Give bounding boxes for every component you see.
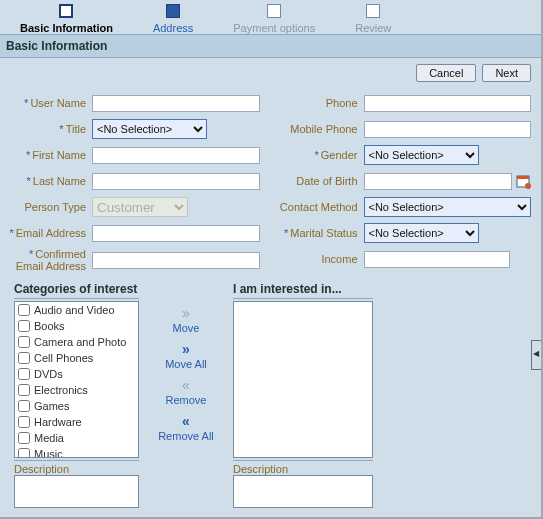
list-item[interactable]: Games (15, 398, 138, 414)
list-item[interactable]: Music (15, 446, 138, 458)
list-item-checkbox[interactable] (18, 416, 30, 428)
remove-icon: « (182, 378, 190, 392)
page-title: Basic Information (0, 35, 113, 57)
train-label: Review (355, 22, 391, 34)
list-item-checkbox[interactable] (18, 384, 30, 396)
left-column: *User Name *Title<No Selection> *First N… (8, 92, 260, 276)
label-phone: Phone (280, 97, 364, 109)
list-item-checkbox[interactable] (18, 320, 30, 332)
first-name-input[interactable] (92, 147, 260, 164)
list-item[interactable]: Hardware (15, 414, 138, 430)
cancel-button[interactable]: Cancel (416, 64, 476, 82)
label-marital: *Marital Status (280, 227, 364, 239)
list-item-label: Hardware (34, 416, 82, 428)
label-gender: *Gender (280, 149, 364, 161)
title-select[interactable]: <No Selection> (92, 119, 207, 139)
mobile-phone-input[interactable] (364, 121, 532, 138)
gender-select[interactable]: <No Selection> (364, 145, 479, 165)
list-item-label: Camera and Photo (34, 336, 126, 348)
label-last-name: *Last Name (8, 175, 92, 187)
train-label: Payment options (233, 22, 315, 34)
person-type-select: Customer (92, 197, 188, 217)
description-label: Description (233, 460, 373, 475)
heading-row: Basic Information (0, 34, 541, 58)
list-item[interactable]: Camera and Photo (15, 334, 138, 350)
calendar-icon[interactable] (516, 174, 531, 189)
shuttle: Categories of interest Audio and VideoBo… (0, 276, 541, 508)
list-item-checkbox[interactable] (18, 352, 30, 364)
marital-status-select[interactable]: <No Selection> (364, 223, 479, 243)
source-description-box (14, 475, 139, 508)
description-label: Description (14, 460, 139, 475)
list-item[interactable]: Cell Phones (15, 350, 138, 366)
label-title: *Title (8, 123, 92, 135)
list-item-label: Books (34, 320, 65, 332)
label-email: *Email Address (8, 227, 92, 239)
svg-rect-1 (517, 176, 529, 179)
income-input[interactable] (364, 251, 510, 268)
label-contact: Contact Method (280, 201, 364, 213)
list-item-label: Cell Phones (34, 352, 93, 364)
label-income: Income (280, 253, 364, 265)
train-step-review: Review (335, 4, 411, 34)
list-item[interactable]: Audio and Video (15, 302, 138, 318)
train-step-address[interactable]: Address (133, 4, 213, 34)
dob-input[interactable] (364, 173, 513, 190)
confirm-email-input[interactable] (92, 252, 260, 269)
categories-listbox[interactable]: Audio and VideoBooksCamera and PhotoCell… (14, 301, 139, 458)
train-box-icon (267, 4, 281, 18)
svg-point-2 (525, 183, 531, 189)
list-item-label: Games (34, 400, 69, 412)
shuttle-target-title: I am interested in... (233, 282, 373, 299)
train-label: Basic Information (20, 22, 113, 34)
train-label: Address (153, 22, 193, 34)
right-column: Phone Mobile Phone *Gender<No Selection>… (280, 92, 532, 276)
train-step-basic[interactable]: Basic Information (0, 4, 133, 34)
train-step-payment: Payment options (213, 4, 335, 34)
contact-method-select[interactable]: <No Selection> (364, 197, 532, 217)
remove-button[interactable]: Remove (166, 394, 207, 406)
move-all-icon: » (182, 342, 190, 356)
remove-all-icon: « (182, 414, 190, 428)
move-icon: » (182, 306, 190, 320)
interested-listbox[interactable] (233, 301, 373, 458)
label-person-type: Person Type (8, 201, 92, 213)
shuttle-controls: » Move » Move All « Remove « Remove All (151, 282, 221, 508)
list-item-label: Media (34, 432, 64, 444)
next-button[interactable]: Next (482, 64, 531, 82)
list-item-checkbox[interactable] (18, 368, 30, 380)
last-name-input[interactable] (92, 173, 260, 190)
form-area: *User Name *Title<No Selection> *First N… (0, 88, 541, 276)
list-item-checkbox[interactable] (18, 304, 30, 316)
list-item-label: Audio and Video (34, 304, 115, 316)
button-bar: Cancel Next (0, 58, 541, 88)
collapse-handle-icon[interactable] (531, 340, 541, 370)
list-item-checkbox[interactable] (18, 400, 30, 412)
phone-input[interactable] (364, 95, 532, 112)
email-input[interactable] (92, 225, 260, 242)
shuttle-source: Categories of interest Audio and VideoBo… (14, 282, 139, 508)
list-item[interactable]: Electronics (15, 382, 138, 398)
wizard-train: Basic Information Address Payment option… (0, 0, 541, 34)
label-mobile: Mobile Phone (280, 123, 364, 135)
label-confirm-email: *Confirmed Email Address (8, 248, 92, 272)
list-item-checkbox[interactable] (18, 448, 30, 458)
list-item-label: Music (34, 448, 63, 458)
label-dob: Date of Birth (280, 175, 364, 187)
list-item[interactable]: Books (15, 318, 138, 334)
list-item-label: DVDs (34, 368, 63, 380)
list-item-checkbox[interactable] (18, 336, 30, 348)
list-item[interactable]: Media (15, 430, 138, 446)
train-box-icon (166, 4, 180, 18)
list-item-checkbox[interactable] (18, 432, 30, 444)
list-item[interactable]: DVDs (15, 366, 138, 382)
list-item-label: Electronics (34, 384, 88, 396)
move-all-button[interactable]: Move All (165, 358, 207, 370)
label-user-name: *User Name (8, 97, 92, 109)
train-box-icon (59, 4, 73, 18)
train-box-icon (366, 4, 380, 18)
remove-all-button[interactable]: Remove All (158, 430, 214, 442)
label-first-name: *First Name (8, 149, 92, 161)
user-name-input[interactable] (92, 95, 260, 112)
move-button[interactable]: Move (173, 322, 200, 334)
